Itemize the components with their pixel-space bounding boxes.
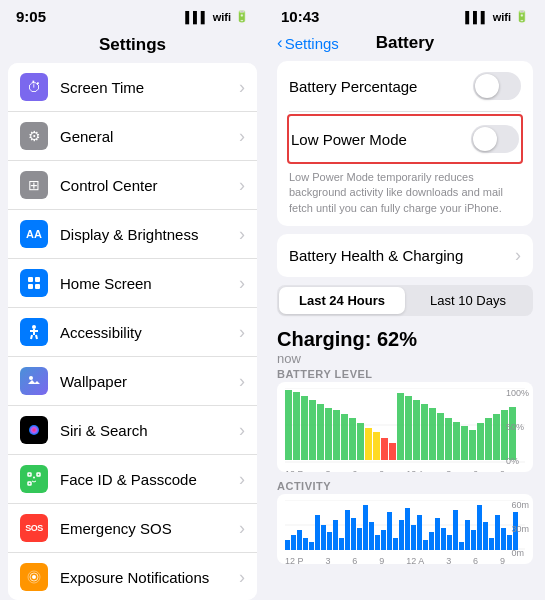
sidebar-item-siri-search[interactable]: Siri & Search <box>8 406 257 455</box>
last-10-days-button[interactable]: Last 10 Days <box>405 287 531 314</box>
sidebar-item-faceid[interactable]: Face ID & Passcode <box>8 455 257 504</box>
sidebar-item-wallpaper[interactable]: Wallpaper <box>8 357 257 406</box>
toggle-knob <box>475 74 499 98</box>
svg-rect-75 <box>381 530 386 550</box>
back-button[interactable]: ‹ Settings <box>277 33 339 53</box>
control-center-label: Control Center <box>60 177 239 194</box>
svg-rect-29 <box>301 396 308 460</box>
svg-rect-92 <box>483 522 488 550</box>
battery-percentage-toggle[interactable] <box>473 72 521 100</box>
svg-rect-35 <box>349 418 356 460</box>
svg-point-9 <box>29 376 33 380</box>
svg-rect-31 <box>317 404 324 460</box>
svg-rect-59 <box>285 540 290 550</box>
right-panel: 10:43 ▌▌▌ wifi 🔋 ‹ Settings Battery Batt… <box>265 0 545 600</box>
svg-rect-67 <box>333 520 338 550</box>
sidebar-item-screen-time[interactable]: ⏱ Screen Time <box>8 63 257 112</box>
battery-level-label: BATTERY LEVEL <box>277 368 533 380</box>
svg-rect-91 <box>477 505 482 550</box>
sidebar-item-display-brightness[interactable]: AA Display & Brightness <box>8 210 257 259</box>
battery-health-row[interactable]: Battery Health & Charging › <box>277 234 533 277</box>
svg-rect-32 <box>325 408 332 460</box>
siri-icon <box>20 416 48 444</box>
right-time: 10:43 <box>281 8 319 25</box>
chevron-icon <box>239 175 245 196</box>
chevron-icon <box>239 518 245 539</box>
svg-rect-65 <box>321 525 326 550</box>
svg-rect-3 <box>35 284 40 289</box>
exposure-label: Exposure Notifications <box>60 569 239 586</box>
battery-percentage-label: Battery Percentage <box>289 78 417 95</box>
sidebar-item-emergency-sos[interactable]: SOS Emergency SOS <box>8 504 257 553</box>
svg-rect-53 <box>493 414 500 460</box>
right-panel-title: Battery <box>376 33 435 53</box>
screen-time-icon: ⏱ <box>20 73 48 101</box>
wallpaper-icon <box>20 367 48 395</box>
x-label-9b: 9 <box>500 469 505 472</box>
siri-label: Siri & Search <box>60 422 239 439</box>
svg-rect-94 <box>495 515 500 550</box>
x-label-3b: 3 <box>446 469 451 472</box>
svg-rect-74 <box>375 535 380 550</box>
chevron-icon <box>239 567 245 588</box>
svg-rect-46 <box>437 413 444 460</box>
svg-rect-73 <box>369 522 374 550</box>
svg-rect-50 <box>469 430 476 460</box>
svg-rect-42 <box>405 396 412 460</box>
svg-rect-40 <box>389 443 396 460</box>
svg-rect-47 <box>445 418 452 460</box>
x-label-9: 9 <box>379 469 384 472</box>
screen-time-label: Screen Time <box>60 79 239 96</box>
svg-rect-81 <box>417 515 422 550</box>
sidebar-item-control-center[interactable]: ⊞ Control Center <box>8 161 257 210</box>
svg-rect-60 <box>291 535 296 550</box>
x-label-3: 3 <box>325 469 330 472</box>
svg-rect-93 <box>489 538 494 550</box>
svg-rect-76 <box>387 512 392 550</box>
back-chevron-icon: ‹ <box>277 33 283 53</box>
emergency-sos-label: Emergency SOS <box>60 520 239 537</box>
sidebar-item-home-screen[interactable]: Home Screen <box>8 259 257 308</box>
svg-rect-72 <box>363 505 368 550</box>
svg-point-4 <box>32 325 36 329</box>
right-status-icons: ▌▌▌ wifi 🔋 <box>465 10 529 23</box>
svg-rect-78 <box>399 520 404 550</box>
x-label-6: 6 <box>352 469 357 472</box>
time-selector: Last 24 Hours Last 10 Days <box>277 285 533 316</box>
left-panel-title: Settings <box>0 29 265 63</box>
faceid-icon <box>20 465 48 493</box>
chart-x-labels: 12 P 3 6 9 12 A 3 6 9 <box>285 467 525 472</box>
svg-rect-83 <box>429 532 434 550</box>
sidebar-item-exposure[interactable]: Exposure Notifications <box>8 553 257 600</box>
accessibility-label: Accessibility <box>60 324 239 341</box>
wifi-icon: wifi <box>213 11 231 23</box>
battery-percentage-row: Battery Percentage <box>289 61 521 112</box>
svg-rect-36 <box>357 423 364 460</box>
svg-rect-52 <box>485 418 492 460</box>
sidebar-item-accessibility[interactable]: Accessibility <box>8 308 257 357</box>
svg-rect-44 <box>421 404 428 460</box>
health-chevron-icon: › <box>515 245 521 266</box>
chevron-icon <box>239 469 245 490</box>
chevron-icon <box>239 224 245 245</box>
chart-y-labels: 100% 50% 0% <box>506 388 529 466</box>
battery-level-chart-section: BATTERY LEVEL 100% 50% 0% <box>277 368 533 472</box>
svg-rect-37 <box>365 428 372 460</box>
settings-list: ⏱ Screen Time ⚙ General ⊞ Control Center… <box>8 63 257 600</box>
last-24-hours-button[interactable]: Last 24 Hours <box>279 287 405 314</box>
svg-rect-77 <box>393 538 398 550</box>
battery-health-label: Battery Health & Charging <box>289 247 463 264</box>
svg-rect-62 <box>303 538 308 550</box>
svg-rect-27 <box>285 390 292 460</box>
right-content: Battery Percentage Low Power Mode Low Po… <box>265 61 545 600</box>
chevron-icon <box>239 126 245 147</box>
activity-y-labels: 60m 30m 0m <box>511 500 529 558</box>
low-power-toggle[interactable] <box>471 125 519 153</box>
emergency-sos-icon: SOS <box>20 514 48 542</box>
sidebar-item-general[interactable]: ⚙ General <box>8 112 257 161</box>
general-icon: ⚙ <box>20 122 48 150</box>
svg-rect-2 <box>28 284 33 289</box>
svg-rect-38 <box>373 432 380 460</box>
battery-settings-section: Battery Percentage Low Power Mode Low Po… <box>277 61 533 226</box>
svg-rect-33 <box>333 410 340 460</box>
